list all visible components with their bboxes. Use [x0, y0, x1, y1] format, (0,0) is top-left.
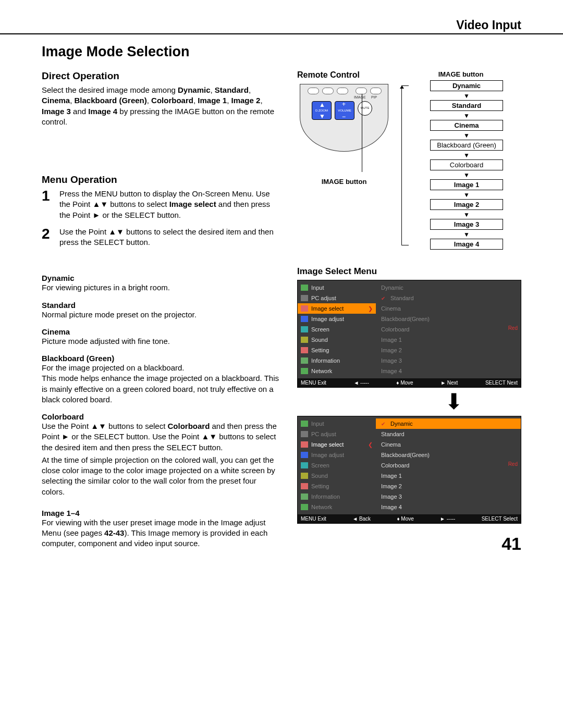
- remote-control-heading: Remote Control: [297, 70, 391, 80]
- cycle-diagram: Dynamic ▼ Standard ▼ Cinema ▼ Blackboard…: [400, 80, 521, 250]
- down-arrow-icon: ▼: [412, 93, 521, 98]
- mode-standard: Standard Normal picture mode preset on t…: [42, 301, 282, 320]
- menu-icon: [301, 347, 308, 353]
- menu-icon: [301, 421, 308, 427]
- step-number: 1: [42, 189, 52, 220]
- mode-desc: For viewing pictures in a bright room.: [42, 282, 282, 293]
- mode-label: Standard: [42, 301, 282, 310]
- mode-label: Colorboard: [42, 412, 282, 421]
- cycle-title: IMAGE button: [400, 70, 521, 78]
- osd-item: Information: [298, 355, 376, 366]
- down-arrow-icon: ▼: [412, 113, 521, 118]
- osd-item: Setting: [298, 345, 376, 355]
- page-number: 41: [501, 534, 521, 554]
- osd-item-active: Image select❮: [298, 439, 376, 450]
- osd-footer: MENU Exit◄ -----♦ Move► NextSELECT Next: [298, 378, 521, 387]
- menu-icon: [301, 504, 308, 510]
- osd-option: Cinema: [376, 303, 521, 314]
- cycle-item: Standard: [430, 100, 503, 111]
- image-button-caption: IMAGE button: [297, 178, 391, 186]
- osd-item: Screen: [298, 324, 376, 335]
- remote-image-button: [356, 88, 367, 94]
- remote-button: [370, 88, 382, 94]
- step-2: 2 Use the Point ▲▼ buttons to select the…: [42, 227, 282, 248]
- cycle-column: IMAGE button Dynamic ▼ Standard ▼ Cinema…: [400, 70, 521, 252]
- down-arrow-icon: ▼: [412, 153, 521, 158]
- cycle-item: Dynamic: [430, 80, 503, 91]
- left-column: Direct Operation Select the desired imag…: [42, 70, 282, 551]
- section-header: Video Input: [42, 18, 521, 33]
- cycle-return-arrow: [401, 85, 409, 245]
- osd-item: Input: [298, 418, 376, 429]
- menu-icon: [301, 316, 308, 322]
- osd-option-selected: ✔Dynamic: [376, 418, 521, 429]
- remote-label: IMAGE: [354, 95, 366, 99]
- remote-button: [308, 88, 319, 94]
- two-column-layout: Direct Operation Select the desired imag…: [42, 70, 521, 551]
- osd-item: Image adjust: [298, 314, 376, 324]
- step-number: 2: [42, 227, 52, 248]
- cycle-item: Cinema: [430, 120, 503, 131]
- osd-menu-1: Input PC adjust Image select❯ Image adju…: [297, 280, 521, 388]
- osd-option: Blackboard(Green): [376, 450, 521, 460]
- down-arrow-icon: ▼: [412, 192, 521, 198]
- mode-label: Blackboard (Green): [42, 354, 282, 363]
- osd-option: Blackboard(Green): [376, 314, 521, 324]
- direct-operation-text: Select the desired image mode among Dyna…: [42, 85, 282, 127]
- osd-item: Network: [298, 366, 376, 376]
- osd-item: PC adjust: [298, 293, 376, 303]
- osd-option: Image 2: [376, 481, 521, 491]
- osd-item: Sound: [298, 471, 376, 481]
- mode-label: Dynamic: [42, 274, 282, 282]
- down-arrow-icon: ▼: [412, 172, 521, 178]
- mode-desc: Normal picture mode preset on the projec…: [42, 310, 282, 320]
- chevron-right-icon: ❯: [368, 305, 373, 312]
- osd-option: Image 3: [376, 355, 521, 366]
- remote-button: [322, 88, 334, 94]
- osd-item: Information: [298, 491, 376, 502]
- check-icon: ✔: [381, 421, 385, 427]
- dzoom-group: ▲ ▼ D.ZOOM: [312, 101, 332, 120]
- osd-right-list: Red Dynamic ✔Standard Cinema Blackboard(…: [376, 280, 521, 378]
- osd-option: Image 3: [376, 491, 521, 502]
- osd-item: Sound: [298, 335, 376, 345]
- osd-left-list: Input PC adjust Image select❮ Image adju…: [298, 416, 376, 514]
- remote-and-cycle: Remote Control IMAGE PIP ▲ ▼ D.ZOOM: [297, 70, 521, 252]
- menu-icon: [301, 452, 308, 458]
- cycle-item: Image 2: [430, 199, 503, 210]
- remote-button: [337, 88, 348, 94]
- osd-item-selected: Image select❯: [298, 303, 376, 314]
- chevron-left-icon: ❮: [368, 441, 373, 448]
- osd-option: Image 4: [376, 366, 521, 376]
- horizontal-rule: [0, 33, 563, 34]
- menu-icon: [301, 295, 308, 301]
- remote-label: PIP: [371, 95, 377, 99]
- osd-option: Cinema: [376, 439, 521, 450]
- osd-option: Dynamic: [376, 282, 521, 293]
- osd-option: Image 1: [376, 335, 521, 345]
- mode-desc: For the image projected on a blackboard.…: [42, 363, 282, 405]
- big-down-arrow-icon: ⬇: [386, 391, 521, 413]
- osd-item: Setting: [298, 481, 376, 491]
- osd-item: Network: [298, 502, 376, 512]
- cycle-item: Blackboard (Green): [430, 140, 503, 151]
- mode-colorboard: Colorboard Use the Point ▲▼ buttons to s…: [42, 412, 282, 497]
- osd-menu-2: Input PC adjust Image select❮ Image adju…: [297, 416, 521, 524]
- menu-operation-heading: Menu Operation: [42, 174, 282, 186]
- mode-desc: At the time of simple projection on the …: [42, 455, 282, 497]
- mode-desc: For viewing with the user preset image m…: [42, 517, 282, 549]
- osd-option: Image 1: [376, 471, 521, 481]
- check-icon: ✔: [381, 295, 385, 301]
- mode-image14: Image 1–4 For viewing with the user pres…: [42, 509, 282, 549]
- mode-blackboard: Blackboard (Green) For the image project…: [42, 354, 282, 405]
- osd-item: Screen: [298, 460, 376, 471]
- menu-icon: [301, 285, 308, 291]
- page: Video Input Image Mode Selection Direct …: [0, 0, 563, 567]
- osd-option: Standard: [376, 429, 521, 439]
- red-label: Red: [508, 325, 518, 331]
- menu-icon: [301, 368, 308, 374]
- menu-icon: [301, 493, 308, 500]
- step-2-text: Use the Point ▲▼ buttons to select the d…: [59, 227, 282, 248]
- step-1: 1 Press the MENU button to display the O…: [42, 189, 282, 220]
- menu-icon: [301, 441, 308, 448]
